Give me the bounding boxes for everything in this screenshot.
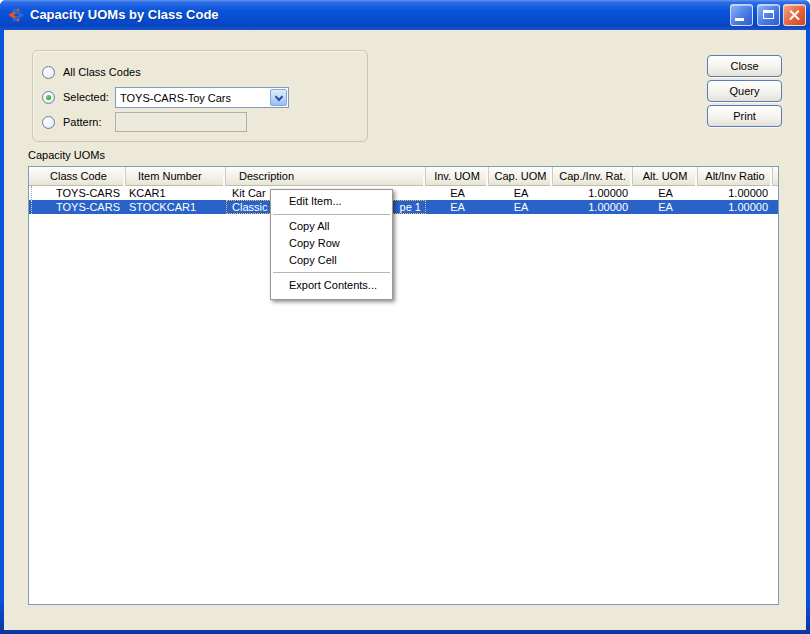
column-header-description[interactable]: Description (226, 167, 426, 186)
cell-class-code[interactable]: TOYS-CARS (29, 186, 126, 200)
cell-filler (773, 200, 778, 214)
table-row-selected[interactable]: TOYS-CARS STOCKCAR1 Classic pe 1 EA EA 1… (29, 200, 778, 214)
cell-inv-uom[interactable]: EA (426, 200, 489, 214)
menu-separator (273, 214, 390, 215)
close-window-button[interactable] (783, 4, 806, 26)
cell-alt-inv-ratio[interactable]: 1.00000 (698, 200, 773, 214)
column-header-filler (773, 167, 778, 186)
chevron-down-icon (274, 92, 282, 100)
selected-label[interactable]: Selected: (63, 91, 109, 103)
class-code-combobox[interactable]: TOYS-CARS-Toy Cars (115, 87, 289, 108)
window-title: Capacity UOMs by Class Code (30, 0, 219, 30)
column-header-alt-inv-ratio[interactable]: Alt/Inv Ratio (698, 167, 773, 186)
minimize-icon (735, 18, 744, 21)
table-header-row: Class Code Item Number Description Inv. … (29, 167, 778, 186)
cell-alt-uom[interactable]: EA (633, 200, 698, 214)
all-class-codes-label[interactable]: All Class Codes (63, 66, 141, 78)
cell-cap-uom[interactable]: EA (489, 186, 553, 200)
cell-item-number[interactable]: KCAR1 (126, 186, 226, 200)
menu-item-export-contents[interactable]: Export Contents... (271, 276, 392, 295)
radio-row-selected: Selected: (42, 87, 109, 107)
table-caption: Capacity UOMs (28, 148, 105, 162)
cell-class-code[interactable]: TOYS-CARS (29, 200, 126, 214)
radio-row-all-class-codes: All Class Codes (42, 62, 141, 82)
cell-cap-inv-rat[interactable]: 1.00000 (553, 200, 633, 214)
close-button[interactable]: Close (707, 55, 782, 77)
column-header-class-code[interactable]: Class Code (29, 167, 126, 186)
selected-radio[interactable] (42, 91, 55, 104)
cell-cap-inv-rat[interactable]: 1.00000 (553, 186, 633, 200)
radio-row-pattern: Pattern: (42, 112, 102, 132)
capacity-uoms-table: Class Code Item Number Description Inv. … (28, 166, 779, 605)
maximize-icon (763, 10, 774, 19)
titlebar[interactable]: Capacity UOMs by Class Code (0, 0, 810, 30)
cell-item-number[interactable]: STOCKCAR1 (126, 200, 226, 214)
maximize-button[interactable] (757, 4, 780, 26)
combobox-dropdown-button[interactable] (270, 89, 287, 106)
cell-filler (773, 186, 778, 200)
query-button[interactable]: Query (707, 80, 782, 102)
all-class-codes-radio[interactable] (42, 66, 55, 79)
window-content: All Class Codes Selected: TOYS-CARS-Toy … (4, 30, 806, 630)
pattern-input[interactable] (115, 112, 247, 132)
menu-item-edit-item[interactable]: Edit Item... (271, 192, 392, 211)
minimize-button[interactable] (730, 4, 753, 26)
print-button[interactable]: Print (707, 105, 782, 127)
pattern-radio[interactable] (42, 116, 55, 129)
cell-cap-uom[interactable]: EA (489, 200, 553, 214)
column-header-item-number[interactable]: Item Number (126, 167, 226, 186)
cell-alt-uom[interactable]: EA (633, 186, 698, 200)
cell-description-tail: pe 1 (400, 200, 421, 214)
menu-item-copy-cell[interactable]: Copy Cell (271, 252, 392, 269)
menu-item-copy-all[interactable]: Copy All (271, 218, 392, 235)
menu-separator (273, 272, 390, 273)
column-header-cap-uom[interactable]: Cap. UOM (489, 167, 553, 186)
cell-inv-uom[interactable]: EA (426, 186, 489, 200)
class-code-combobox-value: TOYS-CARS-Toy Cars (116, 92, 269, 104)
column-header-cap-inv-rat[interactable]: Cap./Inv. Rat. (553, 167, 633, 186)
context-menu: Edit Item... Copy All Copy Row Copy Cell… (270, 189, 393, 300)
cell-description-text: Classic (232, 201, 267, 213)
pattern-label[interactable]: Pattern: (63, 116, 102, 128)
menu-item-copy-row[interactable]: Copy Row (271, 235, 392, 252)
column-header-inv-uom[interactable]: Inv. UOM (426, 167, 489, 186)
app-window: Capacity UOMs by Class Code All Class Co… (0, 0, 810, 634)
table-row[interactable]: TOYS-CARS KCAR1 Kit Car EA EA 1.00000 EA… (29, 186, 778, 200)
column-header-alt-uom[interactable]: Alt. UOM (633, 167, 698, 186)
cell-alt-inv-ratio[interactable]: 1.00000 (698, 186, 773, 200)
class-code-filter-group: All Class Codes Selected: TOYS-CARS-Toy … (32, 50, 368, 142)
app-icon (8, 7, 24, 23)
